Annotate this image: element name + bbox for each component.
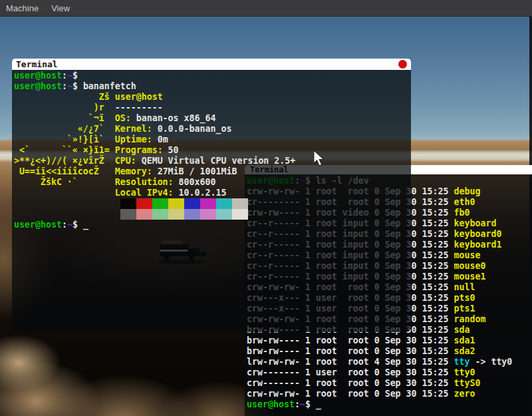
prompt-user: user@host bbox=[14, 71, 62, 81]
ascii-art: `»!}[ì` bbox=[14, 134, 115, 145]
fetch-line: Zšuser@host bbox=[14, 92, 411, 103]
ls-name: keyboard1 bbox=[454, 240, 501, 250]
fetch-value: 0.0.0-banan_os bbox=[158, 124, 232, 134]
fetch-line: `»!}[ì`Uptime: 0m bbox=[14, 134, 411, 145]
ls-name: keyboard bbox=[454, 218, 496, 228]
palette-swatch bbox=[120, 198, 136, 209]
terminal-content[interactable]: user@host:~$ user@host:~$ bananfetch Zšu… bbox=[12, 70, 411, 332]
ls-entry: crw------- 1 root root 0 Sep 30 15:25 tt… bbox=[247, 378, 532, 389]
ls-name: debug bbox=[454, 186, 480, 196]
ascii-art: «/¿7` bbox=[14, 124, 115, 134]
fetch-value: banan-os x86_64 bbox=[136, 113, 216, 123]
ls-name: tty0 bbox=[454, 367, 475, 377]
command-line: user@host:~$ bananfetch bbox=[14, 81, 411, 92]
prompt-dir: ~ bbox=[67, 220, 72, 230]
palette-swatch bbox=[184, 198, 200, 209]
palette-swatch bbox=[136, 209, 152, 220]
fetch-line: `¬ïOS: banan-os x86_64 bbox=[14, 113, 411, 124]
fetch-line: Local IPv4: 10.0.2.15 bbox=[14, 188, 411, 198]
ls-name: null bbox=[454, 282, 475, 292]
ascii-art: Zš bbox=[14, 92, 115, 103]
ls-name: keyboard0 bbox=[454, 229, 501, 239]
ls-meta: brw-rw---- 1 root root 0 Sep 30 15:25 bbox=[247, 335, 454, 345]
ls-entry: lrw-rw-rw- 1 root root 4 Sep 30 15:25 tt… bbox=[247, 357, 532, 367]
palette-swatch bbox=[152, 198, 168, 209]
close-button[interactable] bbox=[398, 60, 407, 69]
ascii-art: <` ``« ×}ï1= bbox=[14, 145, 115, 156]
palette-swatch bbox=[200, 198, 216, 209]
ls-name: eth0 bbox=[454, 197, 475, 207]
menu-item-view[interactable]: View bbox=[51, 3, 70, 13]
prompt-line: user@host:~$ _ bbox=[247, 399, 532, 410]
prompt-user: user@host bbox=[14, 220, 62, 230]
fetch-label: CPU: bbox=[115, 156, 142, 166]
shell-prompt: user@host:~$ bbox=[14, 220, 78, 230]
ls-name: zero bbox=[454, 389, 475, 399]
ls-link-target: -> tty0 bbox=[469, 357, 512, 367]
ls-name: fb0 bbox=[454, 208, 469, 218]
ascii-art: ŽškC ·` bbox=[14, 177, 115, 188]
command-text: bananfetch bbox=[78, 81, 136, 91]
prompt-symbol: $ bbox=[72, 220, 78, 230]
ascii-art: `¬ï bbox=[14, 113, 115, 124]
fetch-value: 0m bbox=[158, 134, 168, 144]
palette-swatch bbox=[152, 209, 168, 220]
fetch-label: Local IPv4: bbox=[115, 188, 179, 198]
fetch-line: )r--------- bbox=[14, 103, 411, 113]
prompt-symbol: $ bbox=[72, 81, 78, 91]
fetch-value: 27MiB / 1001MiB bbox=[158, 166, 237, 176]
fetch-line: >**¿<+)//( ×¿vîrŽCPU: QEMU Virtual CPU v… bbox=[14, 156, 411, 166]
vm-screen: Machine View Terminal user@host:~$ ls -l… bbox=[0, 0, 532, 416]
ascii-art: >**¿<+)//( ×¿vîrŽ bbox=[14, 156, 115, 166]
ls-meta: lrw-rw-rw- 1 root root 4 Sep 30 15:25 bbox=[247, 357, 454, 367]
prompt-symbol: $ bbox=[72, 71, 78, 81]
prompt-user: user@host bbox=[14, 81, 62, 91]
ls-meta: crw------- 1 user root 0 Sep 30 15:25 bbox=[247, 367, 454, 377]
ls-name: random bbox=[454, 314, 485, 324]
prompt-user: user@host bbox=[247, 399, 295, 409]
fetch-value: 10.0.2.15 bbox=[179, 188, 227, 198]
prompt-line: user@host:~$ bbox=[14, 71, 411, 81]
ls-name: pts0 bbox=[454, 293, 475, 303]
ls-name: sda2 bbox=[454, 346, 475, 356]
mouse-pointer-icon bbox=[313, 150, 325, 167]
cursor: _ bbox=[78, 220, 88, 230]
color-palette bbox=[14, 198, 411, 220]
shell-prompt: user@host:~$ bbox=[14, 81, 78, 91]
palette-swatch bbox=[168, 209, 184, 220]
palette-swatch bbox=[120, 209, 136, 220]
ls-name: tty bbox=[454, 357, 469, 367]
fetch-label: Programs: bbox=[115, 145, 168, 155]
ls-name: sda bbox=[454, 325, 469, 335]
prompt-dir: ~ bbox=[300, 399, 305, 409]
palette-swatch bbox=[136, 198, 152, 209]
ls-name: mouse1 bbox=[454, 272, 485, 282]
fetch-line: <` ``« ×}ï1=Programs: 50 bbox=[14, 145, 411, 156]
ascii-art: U==íï<<íííîcocŽ bbox=[14, 166, 115, 177]
fetch-label: Memory: bbox=[115, 166, 158, 176]
menubar: Machine View bbox=[0, 0, 532, 17]
fetch-value: 50 bbox=[168, 145, 179, 155]
fetch-label: OS: bbox=[115, 113, 136, 123]
menu-item-machine[interactable]: Machine bbox=[6, 3, 39, 13]
palette-row bbox=[14, 209, 411, 220]
prompt-sep: : bbox=[295, 399, 300, 409]
shell-prompt: user@host:~$ bbox=[14, 71, 78, 81]
title-bar[interactable]: Terminal bbox=[12, 59, 411, 70]
fetch-label: Kernel: bbox=[115, 124, 158, 134]
window-title: Terminal bbox=[16, 59, 58, 69]
ls-entry: brw-rw---- 1 root root 0 Sep 30 15:25 sd… bbox=[247, 335, 532, 346]
palette-swatch bbox=[216, 209, 232, 220]
ls-name: pts1 bbox=[454, 304, 475, 313]
cursor: _ bbox=[311, 399, 321, 409]
prompt-line: user@host:~$ _ bbox=[14, 220, 411, 230]
palette-swatch bbox=[168, 198, 184, 209]
palette-swatch bbox=[232, 198, 248, 209]
terminal-window-front: Terminal user@host:~$ user@host:~$ banan… bbox=[12, 59, 411, 332]
prompt-dir: ~ bbox=[67, 81, 72, 91]
fetch-value: 800x600 bbox=[179, 177, 216, 187]
prompt-sep: : bbox=[62, 71, 67, 81]
fetch-value: QEMU Virtual CPU version 2.5+ bbox=[142, 156, 296, 166]
ls-entry: crw-rw-rw- 1 root root 0 Sep 30 15:25 ze… bbox=[247, 389, 532, 399]
ls-entry: crw------- 1 user root 0 Sep 30 15:25 tt… bbox=[247, 367, 532, 378]
